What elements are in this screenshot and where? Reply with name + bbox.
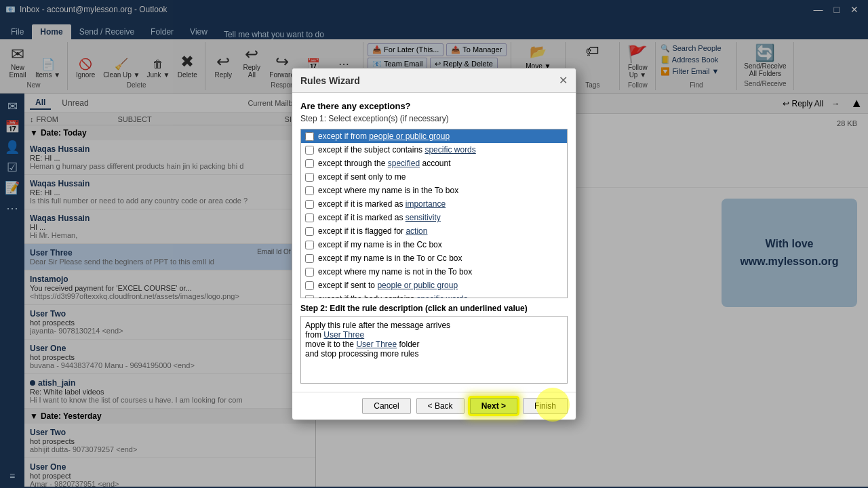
rule-line4: and stop processing more rules bbox=[305, 349, 563, 359]
modal-body: Are there any exceptions? Step 1: Select… bbox=[292, 93, 576, 392]
exception-item-10[interactable]: except if my name is in the To or Cc box bbox=[301, 251, 567, 265]
rule-description: Apply this rule after the message arrive… bbox=[300, 316, 568, 384]
exception-item-13[interactable]: except if the body contains specific wor… bbox=[301, 292, 567, 298]
exception-link-6[interactable]: importance bbox=[406, 199, 446, 209]
back-button[interactable]: < Back bbox=[416, 398, 465, 414]
modal-close-button[interactable]: ✕ bbox=[559, 74, 568, 87]
exception-checkbox-10[interactable] bbox=[305, 254, 314, 263]
exception-checkbox-5[interactable] bbox=[305, 186, 314, 195]
exception-item-12[interactable]: except if sent to people or public group bbox=[301, 279, 567, 292]
modal-title: Rules Wizard bbox=[300, 75, 360, 86]
exception-checkbox-4[interactable] bbox=[305, 173, 314, 182]
exception-link-3[interactable]: specified bbox=[388, 159, 420, 168]
exception-link-8[interactable]: action bbox=[406, 226, 427, 236]
exception-link-13[interactable]: specific words bbox=[416, 294, 467, 298]
exception-checkbox-13[interactable] bbox=[305, 295, 314, 299]
finish-button[interactable]: Finish bbox=[523, 398, 568, 414]
exception-link-7[interactable]: sensitivity bbox=[406, 213, 441, 222]
exception-link-12[interactable]: people or public group bbox=[377, 281, 458, 290]
exception-checkbox-3[interactable] bbox=[305, 159, 314, 168]
rule-line1: Apply this rule after the message arrive… bbox=[305, 321, 563, 330]
modal-question: Are there any exceptions? bbox=[300, 101, 568, 111]
modal-title-bar: Rules Wizard ✕ bbox=[292, 68, 576, 93]
exception-checkbox-7[interactable] bbox=[305, 214, 314, 222]
exception-item-4[interactable]: except if sent only to me bbox=[301, 170, 567, 184]
exception-checkbox-2[interactable] bbox=[305, 146, 314, 155]
exception-checkbox-6[interactable] bbox=[305, 200, 314, 209]
exception-checkbox-8[interactable] bbox=[305, 227, 314, 236]
modal-overlay: Rules Wizard ✕ Are there any exceptions?… bbox=[0, 0, 868, 488]
exception-item-9[interactable]: except if my name is in the Cc box bbox=[301, 238, 567, 251]
exception-item-7[interactable]: except if it is marked as sensitivity bbox=[301, 211, 567, 224]
exception-checkbox-1[interactable] bbox=[305, 132, 314, 141]
exception-item-8[interactable]: except if it is flagged for action bbox=[301, 224, 567, 238]
exception-item-5[interactable]: except where my name is in the To box bbox=[301, 184, 567, 197]
rule-from-link[interactable]: User Three bbox=[323, 330, 364, 340]
modal-footer: Cancel < Back Next > Finish bbox=[292, 392, 576, 420]
exception-item-2[interactable]: except if the subject contains specific … bbox=[301, 143, 567, 157]
modal-step1-label: Step 1: Select exception(s) (if necessar… bbox=[300, 114, 568, 123]
modal-step2-label: Step 2: Edit the rule description (click… bbox=[300, 304, 568, 313]
exception-checkbox-9[interactable] bbox=[305, 241, 314, 249]
exception-item-3[interactable]: except through the specified account bbox=[301, 157, 567, 170]
exception-checkbox-11[interactable] bbox=[305, 268, 314, 277]
rule-folder-link[interactable]: User Three bbox=[356, 340, 397, 349]
cancel-button[interactable]: Cancel bbox=[362, 398, 410, 414]
rules-wizard-modal: Rules Wizard ✕ Are there any exceptions?… bbox=[292, 68, 576, 420]
exception-item-11[interactable]: except where my name is not in the To bo… bbox=[301, 265, 567, 279]
exception-checkbox-12[interactable] bbox=[305, 281, 314, 290]
exceptions-list[interactable]: except if from people or public group ex… bbox=[300, 129, 568, 298]
exception-item-1[interactable]: except if from people or public group bbox=[301, 129, 567, 143]
exception-item-6[interactable]: except if it is marked as importance bbox=[301, 197, 567, 211]
rule-line3: move it to the User Three folder bbox=[305, 340, 563, 349]
exception-link-1[interactable]: people or public group bbox=[369, 131, 450, 141]
next-button[interactable]: Next > bbox=[470, 398, 517, 414]
rule-line2: from User Three bbox=[305, 330, 563, 340]
exception-link-2[interactable]: specific words bbox=[425, 145, 475, 155]
